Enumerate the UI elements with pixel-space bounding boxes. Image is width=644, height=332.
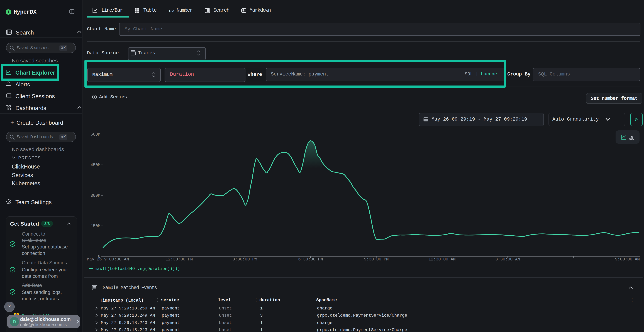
svg-text:12:30:00 PM: 12:30:00 PM [166, 257, 193, 262]
svg-text:maxIf(toFloat64O..ng(Duration): maxIf(toFloat64O..ng(Duration))))) [95, 266, 180, 271]
svg-text:600M: 600M [90, 132, 100, 137]
svg-text:12:30:00 AM: 12:30:00 AM [428, 257, 456, 262]
svg-text:300M: 300M [90, 193, 100, 198]
svg-text:9:00:00 AM: 9:00:00 AM [615, 257, 640, 262]
svg-text:9:30:00 PM: 9:30:00 PM [364, 257, 389, 262]
svg-text:450M: 450M [90, 163, 100, 168]
svg-text:6:30:00 PM: 6:30:00 PM [298, 257, 323, 262]
svg-text:3:30:00 AM: 3:30:00 AM [495, 257, 520, 262]
svg-text:May 26 9:00:00 AM: May 26 9:00:00 AM [87, 257, 129, 262]
svg-text:150M: 150M [90, 224, 100, 228]
svg-text:3:30:00 PM: 3:30:00 PM [232, 257, 257, 262]
